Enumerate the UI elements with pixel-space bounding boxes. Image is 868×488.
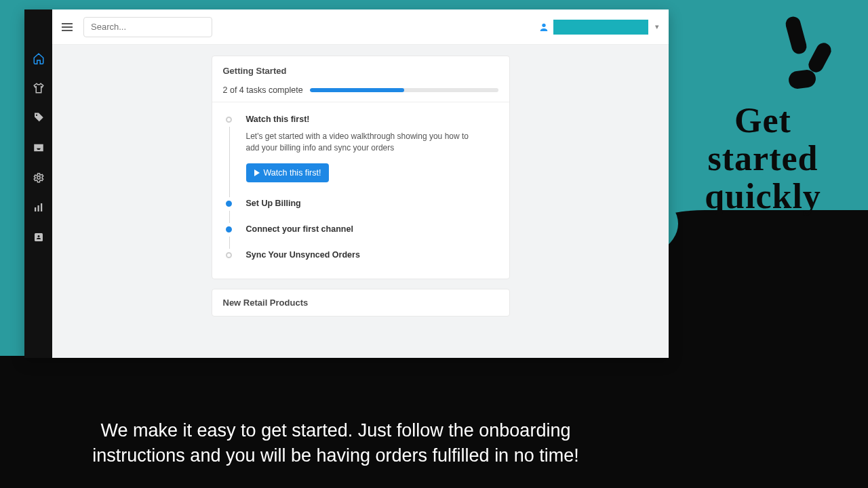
- task-item[interactable]: Set Up Billing: [226, 199, 498, 208]
- menu-icon[interactable]: [62, 21, 73, 33]
- task-connector: [229, 211, 231, 223]
- chevron-down-icon: ▾: [655, 22, 659, 31]
- user-name-placeholder: [553, 20, 648, 35]
- inbox-icon[interactable]: [32, 141, 45, 155]
- task-item[interactable]: Connect your first channel: [226, 224, 498, 234]
- gear-icon[interactable]: [32, 171, 45, 184]
- card-title: Getting Started: [223, 66, 498, 76]
- accent-mark: [784, 15, 808, 56]
- marketing-headline: Get started quickly: [675, 102, 851, 216]
- progress-fill: [310, 88, 404, 92]
- task-connector: [229, 237, 231, 249]
- task-bullet-done-icon: [226, 201, 232, 207]
- task-bullet-icon: [226, 117, 232, 123]
- tag-icon[interactable]: [32, 111, 45, 125]
- main-area: ▾ Getting Started 2 of 4 tasks complete …: [52, 9, 669, 358]
- getting-started-card: Getting Started 2 of 4 tasks complete Wa…: [212, 56, 510, 279]
- svg-point-0: [37, 176, 40, 180]
- task-bullet-icon: [226, 252, 232, 258]
- new-retail-card: New Retail Products: [212, 289, 510, 317]
- sidebar: [24, 9, 52, 358]
- svg-point-6: [542, 23, 545, 26]
- user-menu[interactable]: ▾: [538, 20, 659, 35]
- watch-video-button[interactable]: Watch this first!: [246, 163, 330, 182]
- user-icon: [538, 22, 549, 33]
- contacts-icon[interactable]: [32, 230, 45, 244]
- home-icon[interactable]: [32, 52, 45, 65]
- task-title: Set Up Billing: [246, 199, 498, 208]
- shirt-icon[interactable]: [32, 81, 45, 95]
- task-connector: [229, 127, 231, 197]
- task-item[interactable]: Watch this first!Let's get started with …: [226, 115, 498, 182]
- svg-rect-2: [37, 205, 39, 211]
- card-title: New Retail Products: [223, 298, 498, 308]
- svg-point-5: [37, 235, 39, 237]
- svg-rect-3: [41, 203, 42, 211]
- svg-rect-1: [35, 207, 36, 211]
- content: Getting Started 2 of 4 tasks complete Wa…: [52, 45, 669, 358]
- app-screenshot: ▾ Getting Started 2 of 4 tasks complete …: [24, 9, 669, 358]
- task-item[interactable]: Sync Your Unsynced Orders: [226, 250, 498, 260]
- progress-text: 2 of 4 tasks complete: [223, 85, 303, 95]
- task-title: Watch this first!: [246, 115, 498, 124]
- chart-icon[interactable]: [32, 201, 45, 214]
- task-bullet-done-icon: [226, 226, 232, 232]
- task-description: Let's get started with a video walkthrou…: [246, 131, 477, 154]
- accent-mark: [787, 68, 816, 89]
- marketing-caption: We make it easy to get started. Just fol…: [54, 418, 617, 468]
- topbar: ▾: [52, 9, 669, 45]
- progress-bar: [310, 88, 498, 92]
- task-title: Sync Your Unsynced Orders: [246, 250, 498, 260]
- task-title: Connect your first channel: [246, 224, 498, 234]
- search-input[interactable]: [83, 17, 212, 37]
- task-list: Watch this first!Let's get started with …: [212, 102, 509, 279]
